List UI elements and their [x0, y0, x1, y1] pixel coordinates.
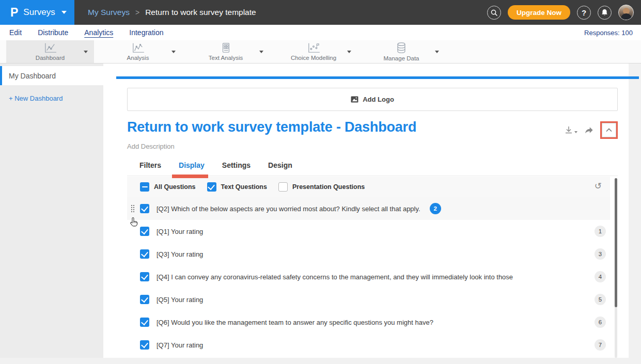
- dashboard-sidebar: My Dashboard + New Dashboard: [0, 64, 103, 364]
- download-button[interactable]: [565, 126, 577, 135]
- user-avatar[interactable]: [618, 5, 634, 20]
- presentation-questions-checkbox[interactable]: [278, 182, 288, 192]
- toolbar-analysis[interactable]: Analysis: [94, 40, 182, 63]
- share-button[interactable]: [584, 126, 593, 134]
- title-row: Return to work survey template - Dashboa…: [127, 119, 618, 139]
- toolbar-dashboard[interactable]: Dashboard: [6, 40, 94, 63]
- upgrade-now-button[interactable]: Upgrade Now: [508, 5, 570, 20]
- question-text: [Q3] Your rating: [157, 250, 203, 258]
- search-button[interactable]: [487, 6, 501, 20]
- question-checkbox[interactable]: [140, 249, 149, 259]
- add-description-field[interactable]: Add Description: [127, 143, 618, 150]
- sidebar-item-my-dashboard[interactable]: My Dashboard: [0, 66, 103, 85]
- question-order-badge: 1: [595, 226, 606, 237]
- filter-all-questions[interactable]: All Questions: [140, 182, 196, 192]
- question-text: [Q5] Your rating: [157, 296, 203, 304]
- toolbar-item-label: Dashboard: [36, 55, 65, 61]
- filter-label: All Questions: [154, 183, 196, 191]
- add-logo-label: Add Logo: [363, 96, 394, 103]
- share-arrow-icon: [584, 126, 593, 134]
- toolbar-text-analysis[interactable]: Text Analysis: [182, 40, 270, 63]
- chevron-down-icon[interactable]: [347, 51, 351, 53]
- download-icon: [565, 126, 573, 135]
- question-row[interactable]: [Q6] Would you like the management team …: [127, 311, 610, 334]
- question-order-badge: 2: [430, 203, 441, 214]
- chevron-down-icon[interactable]: [259, 51, 263, 53]
- collapse-header-button[interactable]: [602, 123, 616, 137]
- question-checkbox[interactable]: [140, 227, 149, 236]
- toolbar-manage-data[interactable]: Manage Data: [357, 40, 445, 63]
- question-checkbox[interactable]: [140, 204, 149, 213]
- responses-count[interactable]: Responses: 100: [584, 29, 633, 37]
- scrollbar-thumb[interactable]: [615, 178, 617, 307]
- tab-filters[interactable]: Filters: [139, 161, 161, 176]
- survey-nav: Edit Distribute Analytics Integration Re…: [0, 25, 641, 40]
- text-analysis-icon: [220, 42, 232, 54]
- chevron-down-icon[interactable]: [435, 51, 439, 53]
- nav-distribute[interactable]: Distribute: [38, 28, 68, 37]
- chevron-down-icon[interactable]: [84, 51, 88, 53]
- breadcrumb-my-surveys[interactable]: My Surveys: [88, 8, 130, 17]
- question-row[interactable]: [Q2] Which of the below aspects are you …: [127, 197, 610, 220]
- question-row[interactable]: [Q1] Your rating 1: [127, 220, 610, 243]
- question-list: [Q2] Which of the below aspects are you …: [127, 197, 610, 356]
- question-text: [Q1] Your rating: [157, 228, 203, 235]
- question-row[interactable]: [Q5] Your rating 5: [127, 288, 610, 311]
- sidebar-item-label: My Dashboard: [9, 72, 56, 80]
- header-actions: Upgrade Now ?: [487, 5, 641, 20]
- help-button[interactable]: ?: [577, 6, 591, 20]
- choice-modelling-icon: [306, 42, 321, 54]
- toolbar-item-label: Choice Modelling: [291, 55, 336, 61]
- question-order-badge: 6: [595, 316, 606, 328]
- toolbar-choice-modelling[interactable]: Choice Modelling: [270, 40, 357, 63]
- filter-label: Presentation Questions: [292, 183, 365, 191]
- chevron-up-icon: [606, 128, 612, 132]
- question-list-scrollbar[interactable]: [615, 178, 617, 358]
- chevron-down-icon[interactable]: [171, 51, 176, 53]
- toolbar-item-label: Text Analysis: [209, 55, 243, 61]
- annotation-highlight-underline: [172, 175, 208, 178]
- app-switcher[interactable]: P Surveys: [0, 0, 74, 25]
- bell-icon: [601, 9, 608, 16]
- tab-settings[interactable]: Settings: [222, 161, 251, 176]
- analysis-chart-icon: [131, 42, 145, 54]
- database-icon: [395, 42, 408, 54]
- dashboard-chart-icon: [43, 42, 57, 54]
- nav-integration[interactable]: Integration: [129, 28, 163, 37]
- dashboard-main: Add Logo Return to work survey template …: [103, 64, 641, 364]
- question-text: [Q7] Your rating: [157, 341, 203, 349]
- title-actions: [565, 121, 618, 139]
- question-order-badge: 5: [595, 294, 606, 305]
- question-checkbox[interactable]: [140, 340, 149, 350]
- right-gutter: [629, 64, 641, 364]
- filter-presentation-questions[interactable]: Presentation Questions: [278, 182, 365, 192]
- question-checkbox[interactable]: [140, 295, 149, 304]
- chevron-down-icon: [61, 11, 67, 14]
- filter-text-questions[interactable]: Text Questions: [207, 182, 267, 192]
- breadcrumb-separator: >: [135, 8, 139, 17]
- new-dashboard-button[interactable]: + New Dashboard: [0, 85, 103, 102]
- question-row[interactable]: [Q4] I can convey any coronavirus-relate…: [127, 265, 610, 288]
- all-questions-checkbox[interactable]: [140, 182, 149, 192]
- dashboard-top-accent-bar: [116, 76, 639, 79]
- question-text: [Q4] I can convey any coronavirus-relate…: [157, 273, 513, 281]
- question-row[interactable]: [Q7] Your rating 7: [127, 334, 610, 356]
- question-row[interactable]: [Q3] Your rating 3: [127, 243, 610, 265]
- question-text: [Q6] Would you like the management team …: [157, 319, 433, 326]
- text-questions-checkbox[interactable]: [207, 182, 216, 192]
- tab-display[interactable]: Display: [179, 161, 205, 176]
- bottom-gutter: [0, 358, 641, 364]
- question-checkbox[interactable]: [140, 272, 149, 281]
- drag-handle-icon[interactable]: [131, 204, 135, 213]
- dashboard-tabs: Filters Display Settings Design: [127, 161, 618, 176]
- page-title[interactable]: Return to work survey template - Dashboa…: [127, 119, 565, 135]
- nav-analytics[interactable]: Analytics: [84, 28, 113, 37]
- question-checkbox[interactable]: [140, 318, 149, 327]
- search-icon: [491, 9, 497, 16]
- nav-edit[interactable]: Edit: [9, 28, 22, 37]
- breadcrumb-current-survey: Return to work survey template: [145, 8, 256, 17]
- add-logo-button[interactable]: Add Logo: [127, 88, 618, 111]
- notifications-button[interactable]: [598, 6, 612, 20]
- tab-design[interactable]: Design: [268, 161, 292, 176]
- reset-order-button[interactable]: ↺: [595, 181, 602, 191]
